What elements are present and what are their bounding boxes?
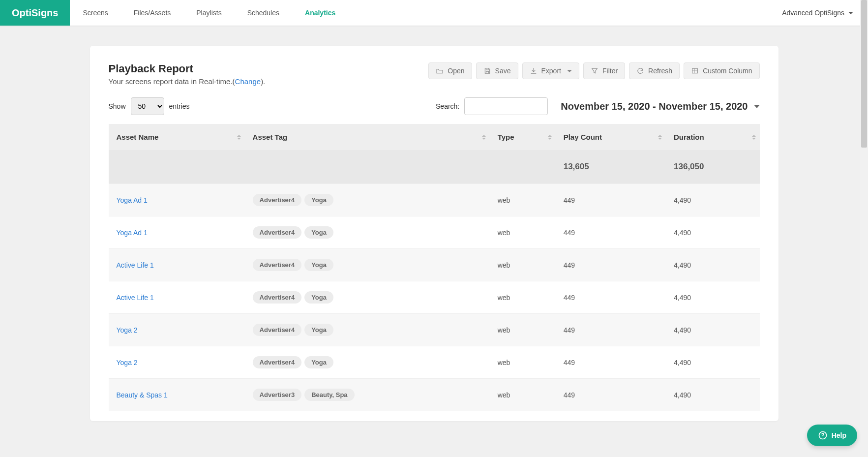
- asset-tag: Yoga: [304, 226, 333, 239]
- page-size-select[interactable]: 50: [131, 97, 164, 115]
- column-header[interactable]: Play Count: [556, 124, 666, 150]
- asset-link[interactable]: Yoga Ad 1: [117, 196, 148, 204]
- table-row: Yoga 2Advertiser4Yogaweb4494,490: [109, 346, 760, 379]
- toolbar: Open Save Export Filter Refresh Cust: [428, 62, 759, 79]
- column-header[interactable]: Asset Tag: [245, 124, 490, 150]
- table-row: Yoga Ad 1Advertiser4Yogaweb4494,490: [109, 216, 760, 249]
- asset-tag: Advertiser4: [253, 291, 302, 304]
- nav-item-playlists[interactable]: Playlists: [183, 0, 234, 26]
- asset-tag: Advertiser4: [253, 356, 302, 368]
- table-row: Active Life 1Advertiser4Yogaweb4494,490: [109, 249, 760, 281]
- advanced-dropdown[interactable]: Advanced OptiSigns: [782, 0, 868, 26]
- save-button[interactable]: Save: [476, 62, 518, 79]
- asset-tag: Yoga: [304, 356, 333, 368]
- page-subtitle: Your screens report data in Real-time.(C…: [109, 77, 266, 86]
- entries-label: entries: [169, 102, 190, 110]
- asset-link[interactable]: Active Life 1: [117, 261, 154, 269]
- columns-icon: [691, 67, 699, 75]
- scrollbar[interactable]: [860, 0, 868, 441]
- nav-item-schedules[interactable]: Schedules: [235, 0, 292, 26]
- date-range-picker[interactable]: November 15, 2020 - November 15, 2020: [561, 101, 759, 112]
- table-row: Beauty & Spas 1Advertiser3Beauty, Spaweb…: [109, 379, 760, 411]
- folder-open-icon: [436, 67, 444, 75]
- show-label: Show: [109, 102, 126, 110]
- column-header[interactable]: Asset Name: [109, 124, 245, 150]
- nav-item-files-assets[interactable]: Files/Assets: [121, 0, 183, 26]
- asset-tag: Yoga: [304, 259, 333, 271]
- filter-button[interactable]: Filter: [583, 62, 625, 79]
- chevron-down-icon: [567, 70, 572, 72]
- brand-logo[interactable]: OptiSigns: [0, 0, 70, 26]
- save-icon: [483, 67, 491, 75]
- asset-link[interactable]: Yoga 2: [117, 326, 138, 334]
- page-title: Playback Report: [109, 62, 266, 75]
- column-header[interactable]: Duration: [666, 124, 759, 150]
- report-card: Playback Report Your screens report data…: [90, 46, 778, 421]
- refresh-icon: [636, 67, 644, 75]
- download-icon: [530, 67, 538, 75]
- asset-tag: Yoga: [304, 324, 333, 336]
- change-link[interactable]: Change: [235, 77, 261, 86]
- asset-tag: Advertiser4: [253, 259, 302, 271]
- table-row: Yoga 2Advertiser4Yogaweb4494,490: [109, 314, 760, 346]
- table-row: Active Life 1Advertiser4Yogaweb4494,490: [109, 281, 760, 314]
- open-button[interactable]: Open: [428, 62, 472, 79]
- report-table: Asset NameAsset TagTypePlay CountDuratio…: [109, 124, 760, 411]
- help-icon: [818, 430, 828, 440]
- help-fab[interactable]: Help: [807, 425, 857, 441]
- asset-tag: Beauty, Spa: [304, 389, 354, 401]
- asset-tag: Advertiser3: [253, 389, 302, 401]
- search-label: Search:: [436, 102, 459, 110]
- search-input[interactable]: [464, 97, 548, 115]
- asset-tag: Advertiser4: [253, 324, 302, 336]
- filter-icon: [591, 67, 599, 75]
- asset-tag: Yoga: [304, 194, 333, 206]
- refresh-button[interactable]: Refresh: [629, 62, 680, 79]
- column-header[interactable]: Type: [490, 124, 556, 150]
- asset-link[interactable]: Beauty & Spas 1: [117, 391, 168, 399]
- asset-link[interactable]: Yoga 2: [117, 359, 138, 366]
- table-row: Yoga Ad 1Advertiser4Yogaweb4494,490: [109, 184, 760, 216]
- asset-tag: Advertiser4: [253, 194, 302, 206]
- asset-link[interactable]: Yoga Ad 1: [117, 229, 148, 237]
- export-button[interactable]: Export: [522, 62, 579, 79]
- asset-tag: Advertiser4: [253, 226, 302, 239]
- totals-row: 13,605136,050: [109, 150, 760, 184]
- chevron-down-icon: [754, 105, 760, 108]
- chevron-down-icon: [848, 12, 853, 14]
- asset-tag: Yoga: [304, 291, 333, 304]
- custom-column-button[interactable]: Custom Column: [684, 62, 759, 79]
- top-nav: OptiSigns ScreensFiles/AssetsPlaylistsSc…: [0, 0, 868, 26]
- nav-item-analytics[interactable]: Analytics: [292, 0, 348, 26]
- asset-link[interactable]: Active Life 1: [117, 294, 154, 302]
- nav-item-screens[interactable]: Screens: [70, 0, 120, 26]
